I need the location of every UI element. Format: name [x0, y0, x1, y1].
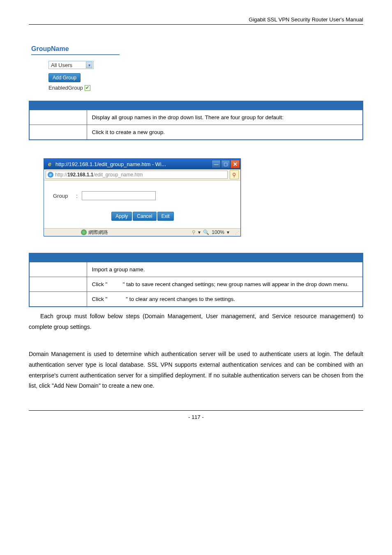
popup-title-text: http://192.168.1.1/edit_group_name.htm -…	[55, 161, 166, 167]
group-field-label: Group	[53, 193, 68, 199]
enabled-group-label: EnabledGroup	[48, 85, 83, 91]
group-field-sep: :	[76, 193, 78, 199]
footer-rule	[29, 410, 363, 411]
url-host: 192.168.1.1	[67, 172, 93, 178]
page-number: - 117 -	[29, 414, 363, 420]
paragraph: Each group must follow below steps (Doma…	[29, 311, 363, 333]
group-select-value: All Users	[51, 62, 72, 68]
cancel-button[interactable]: Cancel	[133, 212, 156, 221]
enabled-group-checkbox[interactable]: ✔	[85, 85, 90, 91]
group-select[interactable]: All Users ▾	[48, 61, 94, 69]
description-table-2: Import a group name. Click " " tab to sa…	[29, 253, 363, 307]
address-bar: e http://192.168.1.1/edit_group_name.htm…	[44, 169, 240, 180]
section-heading: GroupName	[31, 45, 120, 55]
ie-icon: e	[46, 161, 53, 167]
table-cell: Click it to create a new group.	[87, 125, 363, 140]
status-zone-text: 網際網路	[88, 229, 108, 236]
popup-statusbar: 網際網路 ⚲ ▾ 🔍 100% ▾ ⋰	[44, 228, 240, 236]
description-table-1: Display all group names in the drop down…	[29, 101, 363, 140]
table-cell: Click " " tab to save recent changed set…	[87, 277, 363, 292]
zoom-icon: 🔍	[203, 229, 209, 235]
globe-icon	[81, 229, 87, 235]
zoom-value: 100%	[212, 229, 224, 235]
zoom-dropdown-icon[interactable]: ▾	[227, 229, 229, 235]
pin-icon[interactable]: ⚲	[230, 170, 239, 179]
resize-grip-icon: ⋰	[235, 230, 238, 235]
maximize-button[interactable]: ▢	[221, 160, 230, 168]
table-cell-left	[29, 262, 87, 277]
table-cell-left	[29, 110, 87, 125]
popup-titlebar: e http://192.168.1.1/edit_group_name.htm…	[44, 159, 240, 169]
lock-icon: ⚲	[192, 229, 196, 235]
url-input[interactable]: e http://192.168.1.1/edit_group_name.htm	[46, 171, 228, 179]
apply-button[interactable]: Apply	[111, 212, 132, 221]
url-path: /edit_group_name.htm	[93, 172, 143, 178]
table-cell-left	[29, 125, 87, 140]
paragraph: Domain Management is used to determine w…	[29, 349, 363, 392]
minimize-button[interactable]: —	[212, 160, 221, 168]
table-cell: Display all group names in the drop down…	[87, 110, 363, 125]
doc-header: Gigabit SSL VPN Security Router User's M…	[29, 16, 363, 23]
close-button[interactable]: ✕	[231, 160, 240, 168]
chevron-down-icon: ▾	[86, 62, 92, 68]
popup-window: e http://192.168.1.1/edit_group_name.htm…	[44, 158, 241, 236]
url-prefix: http://	[55, 172, 67, 178]
table-cell-left	[29, 277, 87, 292]
table-cell: Click " " to clear any recent changes to…	[87, 292, 363, 307]
ie-small-icon: e	[48, 172, 53, 178]
header-rule	[29, 24, 363, 25]
table-cell: Import a group name.	[87, 262, 363, 277]
dropdown-icon[interactable]: ▾	[198, 229, 201, 235]
group-name-input[interactable]	[82, 191, 156, 200]
exit-button[interactable]: Exit	[157, 212, 174, 221]
table-cell-left	[29, 292, 87, 307]
add-group-button[interactable]: Add Group	[48, 73, 81, 82]
